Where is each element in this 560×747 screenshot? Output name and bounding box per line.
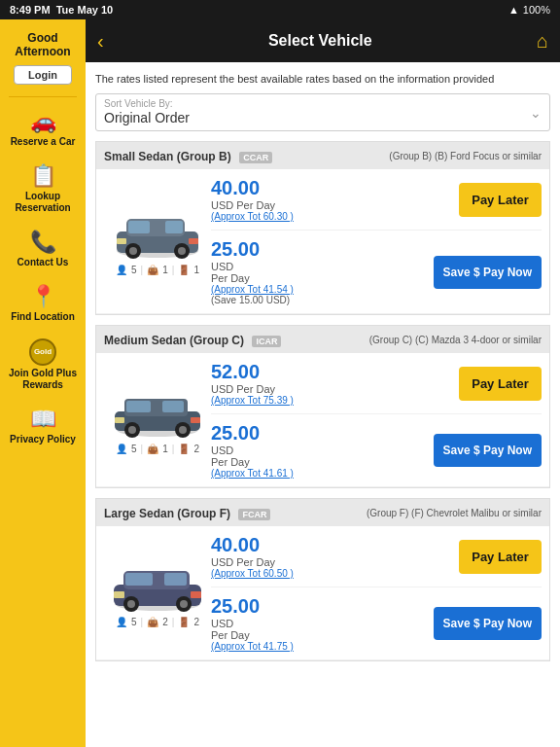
vehicle-group-f: Large Sedan (Group F) FCAR (Group F) (F)… (95, 498, 550, 661)
rate-period-f-2: Per Day (211, 629, 428, 641)
svg-rect-39 (164, 573, 187, 586)
rate-approx-b-1[interactable]: (Approx Tot 60.30 ) (211, 211, 453, 222)
svg-rect-17 (165, 221, 183, 233)
sort-label: Sort Vehicle By: (104, 98, 190, 109)
vehicle-row-f-1: 👤 5 | 👜 2 | 🚪 2 40.0 (96, 526, 549, 660)
rate-currency-b-1: USD Per Day (211, 199, 453, 211)
page-title: Select Vehicle (268, 32, 372, 50)
svg-point-13 (129, 247, 137, 255)
group-c-header: Medium Sedan (Group C) ICAR (Group C) (C… (96, 326, 549, 353)
rate-period-b-2: Per Day (211, 272, 428, 284)
group-b-code: CCAR (239, 152, 272, 163)
sidebar-item-reserve[interactable]: 🚗 Reserve a Car (0, 101, 86, 156)
back-button[interactable]: ‹ (97, 30, 104, 53)
rate-currency-c-1: USD Per Day (211, 383, 453, 395)
rate-price-c-1: 52.00 (211, 361, 453, 383)
sidebar-item-contact[interactable]: 📞 Contact Us (0, 222, 86, 276)
svg-rect-16 (128, 221, 150, 233)
rates-area-c: 52.00 USD Per Day (Approx Tot 75.39 ) Pa… (211, 361, 542, 479)
chevron-down-icon: ⌄ (530, 105, 542, 121)
rate-save-b-2: (Save 15.00 USD) (211, 295, 428, 305)
door-icon-f: 🚪 (178, 617, 190, 627)
group-c-name: Medium Sedan (Group C) (104, 334, 244, 347)
rate-approx-f-2[interactable]: (Approx Tot 41.75 ) (211, 641, 428, 652)
vehicle-row-b-1: 👤 5 | 👜 1 | 🚪 1 40.0 (96, 169, 549, 314)
group-c-code: ICAR (252, 336, 281, 347)
rate-separator-c (211, 413, 542, 414)
page-header: ‹ Select Vehicle ⌂ (86, 19, 560, 62)
battery-icon: 100% (523, 4, 550, 16)
passenger-icon: 👤 (116, 265, 127, 275)
rate-price-c-2: 25.00 (211, 422, 428, 445)
rate-approx-c-1[interactable]: (Approx Tot 75.39 ) (211, 395, 453, 406)
rate-details-f-2: 25.00 USD Per Day (Approx Tot 41.75 ) (211, 595, 428, 652)
rate-option-b-pay-now: 25.00 USD Per Day (Approx Tot 41.54 ) (S… (211, 238, 542, 305)
group-f-code: FCAR (238, 509, 270, 520)
pay-later-button-b[interactable]: Pay Later (459, 183, 542, 217)
group-b-similar: (Group B) (B) Ford Focus or similar (389, 151, 542, 161)
sort-value: Original Order (104, 110, 190, 125)
rate-approx-c-2[interactable]: (Approx Tot 41.61 ) (211, 468, 428, 479)
sidebar-item-location[interactable]: 📍 Find Location (0, 276, 86, 331)
sidebar-item-lookup[interactable]: 📋 LookupReservation (0, 156, 86, 222)
gold-badge: Gold (29, 338, 56, 366)
main-content: ‹ Select Vehicle ⌂ The rates listed repr… (86, 19, 560, 747)
vehicle-specs-b: 👤 5 | 👜 1 | 🚪 1 (116, 265, 199, 275)
book-icon: 📖 (30, 407, 56, 432)
sidebar-item-gold[interactable]: Gold Join Gold Plus Rewards (0, 331, 86, 399)
svg-rect-29 (115, 417, 124, 423)
rate-option-c-pay-later: 52.00 USD Per Day (Approx Tot 75.39 ) Pa… (211, 361, 542, 406)
sidebar-greeting: GoodAfternoon (15, 27, 70, 65)
pay-later-button-c[interactable]: Pay Later (459, 367, 542, 401)
rate-currency-f-1: USD Per Day (211, 556, 453, 568)
login-button[interactable]: Login (14, 65, 72, 85)
sidebar-item-privacy[interactable]: 📖 Privacy Policy (0, 399, 86, 453)
svg-point-35 (127, 600, 135, 608)
svg-rect-38 (125, 573, 153, 586)
content-panel[interactable]: The rates listed represent the best avai… (86, 62, 560, 747)
pay-now-button-c[interactable]: Save $ Pay Now (434, 434, 542, 467)
group-f-similar: (Group F) (F) Chevrolet Malibu or simila… (367, 508, 542, 518)
vehicle-specs-c: 👤 5 | 👜 1 | 🚪 2 (116, 444, 199, 454)
svg-point-37 (180, 600, 188, 608)
sidebar-privacy-label: Privacy Policy (10, 434, 76, 445)
svg-rect-40 (114, 591, 124, 598)
passenger-icon-c: 👤 (116, 444, 127, 454)
door-icon: 🚪 (178, 265, 190, 275)
status-time-date: 8:49 PM Tue May 10 (10, 4, 113, 16)
sidebar-location-label: Find Location (11, 311, 75, 323)
svg-rect-18 (117, 238, 126, 244)
group-b-header: Small Sedan (Group B) CCAR (Group B) (B)… (96, 142, 549, 169)
bag-icon: 👜 (147, 265, 158, 275)
svg-rect-30 (191, 417, 200, 423)
rates-note: The rates listed represent the best avai… (95, 72, 550, 86)
bag-icon-f: 👜 (147, 617, 158, 627)
home-button[interactable]: ⌂ (537, 30, 548, 53)
vehicle-group-c: Medium Sedan (Group C) ICAR (Group C) (C… (95, 325, 550, 488)
svg-point-15 (178, 247, 186, 255)
pay-later-button-f[interactable]: Pay Later (459, 540, 542, 574)
rate-approx-f-1[interactable]: (Approx Tot 60.50 ) (211, 568, 453, 579)
rate-separator-f (211, 587, 542, 587)
svg-point-24 (128, 426, 136, 434)
sidebar-lookup-label: LookupReservation (15, 191, 70, 214)
rate-details-c-1: 52.00 USD Per Day (Approx Tot 75.39 ) (211, 361, 453, 406)
rate-details-b-2: 25.00 USD Per Day (Approx Tot 41.54 ) (S… (211, 238, 428, 305)
rate-price-b-1: 40.00 (211, 177, 453, 199)
rate-details-b-1: 40.00 USD Per Day (Approx Tot 60.30 ) (211, 177, 453, 222)
vehicle-group-b: Small Sedan (Group B) CCAR (Group B) (B)… (95, 141, 550, 315)
pay-now-button-f[interactable]: Save $ Pay Now (434, 607, 542, 640)
group-b-name: Small Sedan (Group B) (104, 150, 231, 163)
sort-selector[interactable]: Sort Vehicle By: Original Order ⌄ (95, 93, 550, 131)
bag-icon-c: 👜 (147, 444, 158, 454)
rates-area-b: 40.00 USD Per Day (Approx Tot 60.30 ) Pa… (211, 177, 542, 305)
rate-details-f-1: 40.00 USD Per Day (Approx Tot 60.50 ) (211, 534, 453, 579)
sidebar-gold-label: Join Gold Plus Rewards (4, 368, 82, 391)
group-f-name: Large Sedan (Group F) (104, 507, 230, 520)
rate-approx-b-2[interactable]: (Approx Tot 41.54 ) (211, 284, 428, 295)
passenger-icon-f: 👤 (116, 617, 127, 627)
pay-now-button-b[interactable]: Save $ Pay Now (434, 256, 542, 289)
rate-currency-f-2: USD (211, 618, 428, 629)
car-icon: 🚗 (30, 109, 56, 134)
rate-option-f-pay-now: 25.00 USD Per Day (Approx Tot 41.75 ) Sa… (211, 595, 542, 652)
